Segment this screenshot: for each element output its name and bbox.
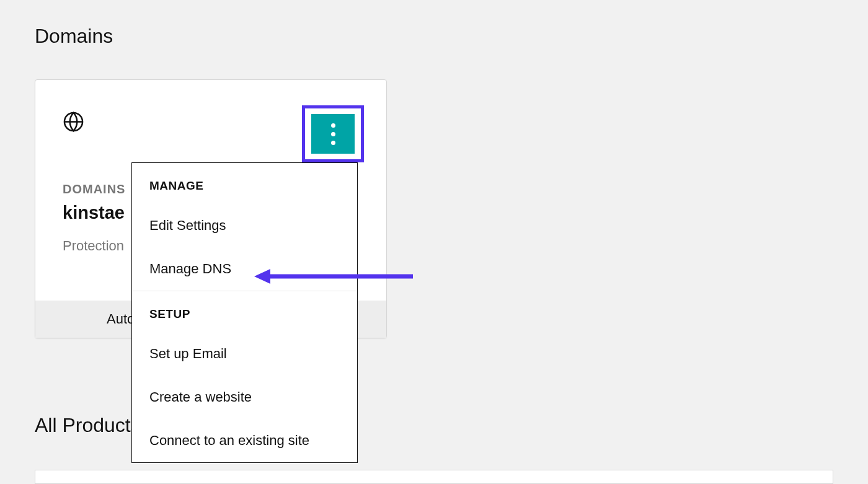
- menu-section-manage: MANAGE: [132, 163, 357, 204]
- globe-icon: [63, 111, 84, 133]
- menu-item-connect-site[interactable]: Connect to an existing site: [132, 419, 357, 462]
- kebab-dot-icon: [331, 132, 335, 136]
- menu-item-create-website[interactable]: Create a website: [132, 376, 357, 419]
- auto-renew-text: Auto: [107, 311, 135, 327]
- menu-section-setup: SETUP: [132, 291, 357, 332]
- products-panel: [35, 470, 833, 484]
- kebab-menu-button[interactable]: [311, 114, 355, 154]
- domain-name: kinstae: [63, 203, 125, 223]
- page-title: Domains: [35, 25, 113, 48]
- menu-item-edit-settings[interactable]: Edit Settings: [132, 204, 357, 247]
- menu-item-setup-email[interactable]: Set up Email: [132, 332, 357, 376]
- menu-item-manage-dns[interactable]: Manage DNS: [132, 247, 357, 291]
- dropdown-menu: MANAGE Edit Settings Manage DNS SETUP Se…: [131, 162, 358, 463]
- annotation-highlight-box: [302, 105, 364, 162]
- kebab-dot-icon: [331, 141, 335, 145]
- all-products-title: All Products: [35, 414, 141, 437]
- protection-text: Protection: [63, 238, 124, 254]
- kebab-dot-icon: [331, 123, 335, 128]
- domain-category-label: DOMAINS: [63, 182, 125, 196]
